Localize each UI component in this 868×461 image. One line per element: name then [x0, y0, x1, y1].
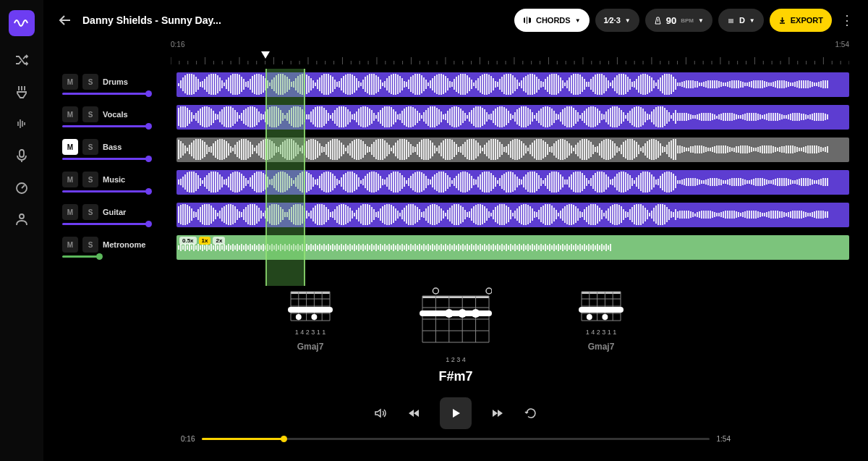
- solo-button[interactable]: S: [82, 204, 98, 220]
- mute-button[interactable]: M: [62, 204, 78, 220]
- volume-slider[interactable]: [62, 93, 149, 95]
- speed-chip[interactable]: 2x: [213, 237, 225, 245]
- playhead[interactable]: [261, 51, 270, 59]
- export-button[interactable]: EXPORT: [770, 9, 832, 32]
- user-icon[interactable]: [14, 211, 30, 227]
- speed-chip[interactable]: 0.5x: [179, 237, 197, 245]
- track-row: M S Bass: [62, 134, 849, 165]
- svg-rect-128: [579, 307, 624, 313]
- solo-button[interactable]: S: [82, 237, 98, 253]
- time-signature-selector[interactable]: 1⁄2·3 ▼: [595, 9, 639, 32]
- app-logo[interactable]: [9, 10, 35, 36]
- next-chord: 1 4 2 3 1 1 Gmaj7: [579, 286, 624, 384]
- mute-button[interactable]: M: [62, 74, 78, 90]
- forward-button[interactable]: [490, 406, 505, 420]
- solo-button[interactable]: S: [82, 172, 98, 187]
- tracks: M S Drums M S Vocals M S Bass: [62, 69, 849, 263]
- track-row: M S Music: [62, 166, 849, 198]
- svg-point-115: [472, 309, 480, 318]
- chord-display: 1 4 2 3 1 1 Gmaj7 1 2 3 4 F#m7 1 4 2 3 1…: [43, 286, 868, 384]
- svg-point-97: [311, 314, 317, 320]
- svg-point-130: [602, 314, 608, 320]
- solo-button[interactable]: S: [82, 74, 98, 90]
- key-selector[interactable]: D ▼: [718, 9, 764, 32]
- more-menu-icon[interactable]: ⋮: [838, 12, 856, 28]
- timeline-start: 0:16: [171, 41, 184, 48]
- track-row: M S Drums: [62, 69, 849, 100]
- waveform[interactable]: [176, 105, 849, 130]
- volume-slider[interactable]: [62, 223, 149, 225]
- waveform[interactable]: [176, 203, 849, 227]
- svg-rect-95: [288, 307, 333, 313]
- svg-point-2: [20, 214, 24, 219]
- svg-point-111: [486, 288, 492, 294]
- waveform[interactable]: 0.5x1x2x: [176, 235, 849, 260]
- play-button[interactable]: [440, 397, 472, 429]
- waveform[interactable]: [176, 138, 849, 162]
- brush-icon[interactable]: [14, 84, 30, 100]
- speed-chip[interactable]: 1x: [199, 237, 211, 245]
- track-row: M S Vocals: [62, 101, 849, 132]
- audio-wave-icon[interactable]: [14, 116, 30, 132]
- mute-button[interactable]: M: [62, 139, 78, 155]
- svg-point-129: [587, 314, 592, 320]
- transport: 0:16 1:54: [43, 397, 868, 443]
- waveform[interactable]: [176, 170, 849, 195]
- volume-slider[interactable]: [62, 190, 149, 193]
- track-label: Metronome: [103, 240, 145, 249]
- gauge-icon[interactable]: [14, 179, 30, 195]
- mic-icon[interactable]: [14, 148, 30, 164]
- track-label: Vocals: [103, 110, 128, 119]
- progress-bar[interactable]: [202, 438, 709, 440]
- volume-slider[interactable]: [62, 255, 100, 258]
- solo-button[interactable]: S: [82, 106, 98, 122]
- svg-point-114: [458, 309, 467, 318]
- svg-rect-0: [20, 150, 24, 157]
- solo-button[interactable]: S: [82, 139, 98, 155]
- track-label: Drums: [103, 77, 128, 86]
- header: Danny Shields - Sunny Day... CHORDS ▼ 1⁄…: [43, 0, 868, 41]
- current-chord: 1 2 3 4 F#m7: [420, 286, 492, 384]
- track-row: M S Metronome 0.5x1x2x: [62, 232, 849, 263]
- svg-point-110: [433, 288, 438, 294]
- prev-chord: 1 4 2 3 1 1 Gmaj7: [288, 286, 333, 384]
- track-label: Guitar: [103, 208, 126, 216]
- shuffle-icon[interactable]: [14, 52, 30, 68]
- track-label: Bass: [103, 143, 122, 151]
- rewind-button[interactable]: [407, 406, 421, 420]
- bpm-control[interactable]: 90 BPM ▼: [645, 9, 712, 32]
- mute-button[interactable]: M: [62, 237, 78, 253]
- loop-icon[interactable]: [524, 406, 538, 420]
- volume-slider[interactable]: [62, 158, 149, 160]
- svg-rect-112: [420, 310, 492, 316]
- svg-point-113: [445, 309, 454, 318]
- track-label: Music: [103, 175, 125, 184]
- sidebar: [0, 0, 43, 461]
- current-time: 0:16: [181, 435, 195, 443]
- track-row: M S Guitar: [62, 199, 849, 230]
- duration-time: 1:54: [717, 435, 731, 443]
- waveform[interactable]: [176, 72, 849, 97]
- mute-button[interactable]: M: [62, 106, 78, 122]
- volume-slider[interactable]: [62, 125, 149, 127]
- svg-point-96: [296, 314, 302, 320]
- mute-button[interactable]: M: [62, 172, 78, 187]
- back-button[interactable]: [55, 10, 75, 30]
- volume-icon[interactable]: [373, 406, 388, 420]
- song-title: Danny Shields - Sunny Day...: [82, 14, 221, 26]
- ruler[interactable]: [171, 51, 849, 64]
- timeline-end: 1:54: [835, 41, 849, 48]
- chords-selector[interactable]: CHORDS ▼: [514, 9, 590, 32]
